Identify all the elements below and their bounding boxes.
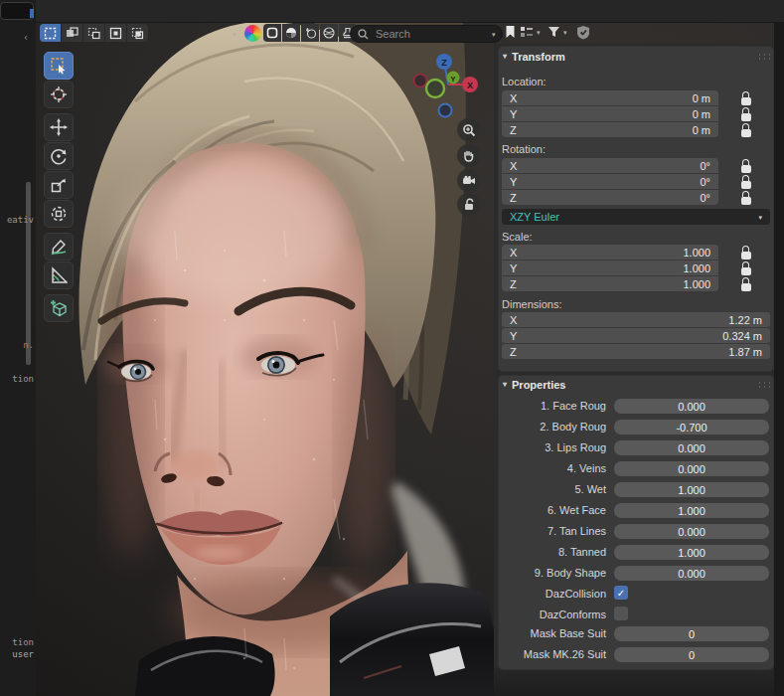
lock-rotation-x[interactable] xyxy=(740,159,751,173)
lighting-flat-button[interactable] xyxy=(263,24,281,42)
gizmo-y-label: Y xyxy=(450,75,456,84)
dazcollision-checkbox[interactable]: ✓ xyxy=(614,586,628,600)
studio-sphere-icon xyxy=(285,27,297,39)
tool-cursor[interactable] xyxy=(44,81,74,108)
property-slider[interactable]: 1.000 xyxy=(614,482,769,497)
background-text: eativ xyxy=(7,215,34,225)
property-slider[interactable]: 0.000 xyxy=(614,524,769,539)
property-slider[interactable]: 0.000 xyxy=(614,566,769,581)
select-mode-new-button[interactable] xyxy=(40,24,61,42)
bookmark-button[interactable] xyxy=(505,25,516,43)
tool-rotate[interactable] xyxy=(44,142,74,170)
blender-window: { "colors": {"accent_teal": "#45c0c0", "… xyxy=(0,0,784,696)
location-z-field[interactable]: Z0 m xyxy=(502,122,718,137)
select-mode-extend-button[interactable] xyxy=(62,24,82,42)
property-slider[interactable]: 0.000 xyxy=(614,461,769,476)
flat-lighting-icon xyxy=(266,27,278,39)
transform-panel-title: Transform xyxy=(512,51,565,63)
axis-value: 0 m xyxy=(693,108,710,120)
tool-select-box[interactable] xyxy=(44,52,74,80)
select-new-icon xyxy=(44,27,57,40)
select-mode-subtract-button[interactable] xyxy=(83,24,104,42)
location-x-field[interactable]: X0 m xyxy=(502,90,718,105)
axis-value: 0 m xyxy=(693,124,710,136)
rotation-z-field[interactable]: Z0° xyxy=(502,190,718,205)
matcap-preview-ball[interactable] xyxy=(244,25,261,42)
lock-location-z[interactable] xyxy=(740,123,751,137)
search-box[interactable] xyxy=(350,25,503,43)
shading-panel-collapse[interactable]: ▾ xyxy=(233,31,236,38)
funnel-icon xyxy=(548,26,560,38)
chevron-down-icon: ▾ xyxy=(758,214,762,221)
outliner-filter-dropdown[interactable]: ▾ xyxy=(520,26,541,38)
background-accent xyxy=(30,9,34,18)
property-label: 1. Face Roug xyxy=(497,400,606,412)
rotation-mode-dropdown[interactable]: XZY Euler ▾ xyxy=(502,209,770,225)
property-value: -0.700 xyxy=(676,422,706,434)
scale-z-field[interactable]: Z1.000 xyxy=(502,276,718,291)
dimensions-x-field[interactable]: X1.22 m xyxy=(502,312,770,327)
rotation-x-field[interactable]: X0° xyxy=(502,158,718,173)
tool-measure[interactable] xyxy=(44,261,74,289)
filter-dropdown[interactable]: ▾ xyxy=(548,26,567,38)
lock-scale-x[interactable] xyxy=(740,246,751,260)
mask-mk26-suit-field[interactable]: 0 xyxy=(614,647,769,662)
camera-lock-button[interactable] xyxy=(457,193,480,216)
scale-y-field[interactable]: Y1.000 xyxy=(502,261,718,275)
dimensions-label: Dimensions: xyxy=(502,298,562,310)
scale-x-field[interactable]: X1.000 xyxy=(502,245,718,260)
axis-value: 0 m xyxy=(693,92,710,104)
magnifier-plus-icon xyxy=(462,123,476,137)
panel-drag-handle[interactable] xyxy=(757,381,772,390)
transform-panel-header[interactable]: ▾ Transform xyxy=(503,51,565,63)
rotation-y-field[interactable]: Y0° xyxy=(502,174,718,189)
property-slider[interactable]: 0.000 xyxy=(614,399,769,414)
mask-base-suit-field[interactable]: 0 xyxy=(614,626,769,641)
property-slider[interactable]: -0.700 xyxy=(614,420,769,435)
property-value: 0.000 xyxy=(678,568,706,580)
gizmo-axis-neg-x[interactable] xyxy=(414,75,427,87)
tool-transform[interactable] xyxy=(44,200,74,228)
search-input[interactable] xyxy=(374,27,477,41)
lock-scale-z[interactable] xyxy=(740,277,751,291)
shield-check-icon xyxy=(576,25,590,40)
lock-location-y[interactable] xyxy=(740,107,751,121)
lock-rotation-z[interactable] xyxy=(740,191,751,205)
tool-scale[interactable] xyxy=(44,171,74,199)
dimensions-y-field[interactable]: Y0.324 m xyxy=(502,328,770,343)
panel-drag-handle[interactable] xyxy=(757,53,772,62)
select-mode-invert-button[interactable] xyxy=(105,24,126,42)
tool-move[interactable] xyxy=(44,113,74,141)
tool-settings-collapse[interactable]: ▾ xyxy=(492,31,496,38)
lock-scale-y[interactable] xyxy=(740,261,751,275)
lock-rotation-y[interactable] xyxy=(740,175,751,189)
dimensions-z-field[interactable]: Z1.87 m xyxy=(502,344,770,359)
location-y-field[interactable]: Y0 m xyxy=(502,106,718,121)
property-value: 0 xyxy=(689,628,695,640)
property-slider[interactable]: 1.000 xyxy=(614,545,769,560)
gizmo-axis-neg-z[interactable] xyxy=(439,104,452,117)
pan-button[interactable] xyxy=(457,144,480,167)
world-environment-button[interactable] xyxy=(320,24,338,42)
property-slider[interactable]: 1.000 xyxy=(614,503,769,518)
unlock-icon xyxy=(463,198,475,211)
check-icon: ✓ xyxy=(617,588,625,599)
property-value: 1.000 xyxy=(678,505,706,517)
zoom-button[interactable] xyxy=(457,118,480,141)
dazconforms-checkbox[interactable] xyxy=(614,607,628,620)
properties-panel-header[interactable]: ▾ Properties xyxy=(503,379,565,391)
property-label: 5. Wet xyxy=(497,483,606,495)
collapse-left-icon[interactable]: ‹ xyxy=(23,32,29,43)
gizmo-axis-neg-y[interactable] xyxy=(426,80,444,97)
lock-location-x[interactable] xyxy=(740,91,751,105)
tool-annotate[interactable] xyxy=(44,233,74,261)
tool-add-cube[interactable] xyxy=(44,294,74,322)
lighting-studio-button[interactable] xyxy=(282,24,300,42)
camera-view-button[interactable] xyxy=(457,169,480,192)
axis-label: Z xyxy=(510,192,517,204)
select-mode-intersect-button[interactable] xyxy=(127,24,148,42)
navigation-gizmo[interactable]: Z Y X xyxy=(402,45,494,129)
property-slider[interactable]: 0.000 xyxy=(614,440,769,455)
lighting-matcap-button[interactable] xyxy=(301,24,319,42)
protect-button[interactable] xyxy=(576,25,590,44)
